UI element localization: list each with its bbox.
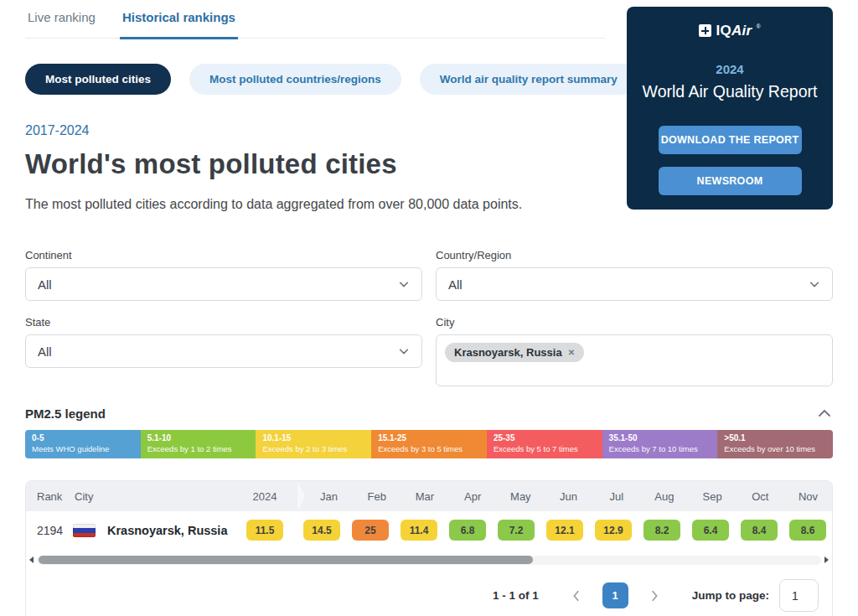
continent-select[interactable]: All [25, 267, 422, 301]
legend-band-description: Exceeds by 5 to 7 times [494, 443, 596, 454]
filters: Continent All Country/Region All State A… [25, 249, 833, 386]
legend-band-range: 15.1-25 [378, 432, 480, 443]
top-tab-bar: Live ranking Historical rankings [25, 0, 605, 39]
rank-cell: 2194 [26, 524, 73, 537]
pm25-badge: 11.5 [246, 520, 283, 541]
table-header-row: Rank City 2024 Jan Feb Mar Apr May Jun J… [26, 481, 832, 511]
jump-to-page-input[interactable] [779, 579, 819, 612]
legend-band: 25-35 Exceeds by 5 to 7 times [487, 430, 602, 458]
legend-band-description: Meets WHO guideline [32, 443, 134, 454]
state-label: State [25, 316, 422, 329]
legend-band: 5.1-10 Exceeds by 1 to 2 times [141, 430, 256, 458]
report-type-pill[interactable]: Most polluted cities [25, 64, 171, 95]
pm25-badge: 11.4 [401, 520, 437, 541]
scroll-left-arrow-icon[interactable] [29, 556, 34, 563]
continent-field: Continent All [25, 249, 422, 301]
legend-band-description: Exceeds by 7 to 10 times [609, 443, 711, 454]
chevron-right-icon [649, 590, 660, 602]
month-value-cell: 8.6 [783, 520, 832, 541]
previous-page-button[interactable] [571, 590, 582, 602]
legend-band-range: 25-35 [494, 432, 596, 443]
results-range-summary: 1 - 1 of 1 [493, 589, 539, 602]
legend-band: 15.1-25 Exceeds by 3 to 5 times [371, 430, 487, 458]
scroll-right-arrow-icon[interactable] [824, 556, 829, 563]
legend-bands: 0-5 Meets WHO guideline 5.1-10 Exceeds b… [25, 430, 833, 458]
legend-band-range: 5.1-10 [147, 432, 250, 443]
jump-to-page: Jump to page: [692, 579, 819, 612]
country-select[interactable]: All [436, 267, 833, 301]
pm25-badge: 12.1 [546, 520, 583, 541]
month-column-headers: Jan Feb Mar Apr May Jun Jul Aug Sep Oct … [305, 481, 832, 511]
month-column-header: Jan [305, 481, 353, 511]
pill-label: Most polluted countries/regions [209, 73, 381, 85]
city-label: City [436, 316, 833, 329]
city-field: City Krasnoyarsk, Russia ✕ [436, 316, 833, 386]
pm25-badge: 8.6 [789, 520, 826, 541]
month-value-cells: 14.5 25 11.4 6.8 7.2 12.1 12.9 8.2 6.4 8… [297, 520, 832, 541]
pm25-badge: 6.8 [449, 520, 486, 541]
month-value-cell: 11.4 [395, 520, 443, 541]
chevron-down-icon [398, 278, 410, 290]
year-column-header: 2024 [232, 481, 297, 511]
city-multiselect-input[interactable]: Krasnoyarsk, Russia ✕ [436, 334, 833, 386]
remove-tag-icon[interactable]: ✕ [568, 348, 575, 357]
table-footer: 1 - 1 of 1 1 Jump to page: [26, 569, 832, 616]
iqair-wordmark: IQAir [716, 23, 752, 39]
scrollbar-track[interactable] [37, 556, 821, 565]
legend-band-description: Exceeds by over 10 times [724, 443, 826, 454]
scrollbar-thumb[interactable] [39, 556, 533, 564]
state-field: State All [25, 316, 422, 386]
pm25-badge: 12.9 [595, 520, 632, 541]
newsroom-button[interactable]: NEWSROOM [659, 167, 802, 195]
city-tag: Krasnoyarsk, Russia ✕ [445, 343, 584, 362]
report-type-pill[interactable]: Most polluted countries/regions [189, 64, 401, 95]
country-value: All [448, 277, 463, 292]
pm25-badge: 8.2 [644, 520, 680, 541]
pm25-badge: 14.5 [303, 520, 340, 541]
table-row: 2194 Krasnoyarsk, Russia 11.5 14.5 25 11… [26, 511, 832, 549]
legend-band-range: 35.1-50 [609, 432, 711, 443]
month-column-header: Sep [689, 481, 737, 511]
current-page-button[interactable]: 1 [602, 582, 628, 608]
registered-mark: ® [756, 23, 760, 29]
state-select[interactable]: All [25, 334, 422, 368]
city-link[interactable]: Krasnoyarsk, Russia [107, 524, 227, 537]
month-column-header: Jun [545, 481, 592, 511]
rankings-table: Rank City 2024 Jan Feb Mar Apr May Jun J… [25, 480, 833, 616]
tab-live-ranking[interactable]: Live ranking [25, 10, 98, 38]
pill-label: Most polluted cities [45, 73, 151, 85]
download-report-button[interactable]: DOWNLOAD THE REPORT [659, 126, 802, 154]
russia-flag-icon [73, 524, 96, 537]
month-column-header: Jul [592, 481, 640, 511]
month-value-cell: 7.2 [492, 520, 540, 541]
column-divider-notch [297, 481, 305, 511]
month-value-cell: 6.4 [686, 520, 735, 541]
iqair-logo: IQAir ® [627, 23, 833, 39]
month-value-cell: 12.1 [540, 520, 589, 541]
legend-band-range: >50.1 [724, 432, 826, 443]
next-page-button[interactable] [649, 590, 660, 602]
report-year: 2024 [627, 62, 833, 76]
report-promo-card: IQAir ® 2024 World Air Quality Report DO… [627, 7, 833, 210]
month-column-header: Mar [401, 481, 448, 511]
collapse-legend-button[interactable] [816, 404, 833, 422]
month-column-header: Aug [640, 481, 688, 511]
continent-label: Continent [25, 249, 422, 261]
legend-band-description: Exceeds by 3 to 5 times [378, 443, 480, 454]
jump-to-page-label: Jump to page: [692, 589, 769, 602]
month-value-cell: 8.2 [638, 520, 686, 541]
chevron-up-icon [818, 409, 831, 417]
report-type-pill[interactable]: World air quality report summary [420, 64, 638, 95]
chevron-down-icon [398, 345, 410, 357]
month-column-header: Apr [449, 481, 497, 511]
tab-historical-rankings[interactable]: Historical rankings [120, 10, 238, 39]
country-label: Country/Region [436, 249, 833, 261]
pm25-badge: 7.2 [498, 520, 535, 541]
chevron-down-icon [809, 278, 820, 290]
iqair-plus-icon [699, 24, 711, 37]
legend-band: 0-5 Meets WHO guideline [25, 430, 141, 458]
month-value-cell: 14.5 [297, 520, 346, 541]
legend-band: 10.1-15 Exceeds by 2 to 3 times [256, 430, 371, 458]
year-value-cell: 11.5 [232, 520, 297, 541]
month-value-cell: 12.9 [589, 520, 638, 541]
